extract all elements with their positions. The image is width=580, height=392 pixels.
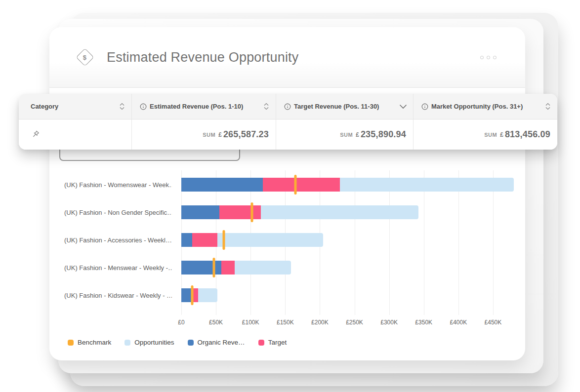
column-header-label: Market Opportunity (Pos. 31+)	[431, 103, 523, 110]
x-axis-tick-label: £450K	[485, 319, 502, 326]
bar-segment-opportunities[interactable]	[198, 288, 217, 302]
legend-item-benchmark[interactable]: Benchmark	[68, 339, 111, 346]
bar-segment-opportunities[interactable]	[217, 233, 324, 247]
summary-cell-target-revenue: SUM £ 235,890.94	[276, 119, 413, 150]
chevron-down-icon[interactable]	[395, 104, 407, 109]
summary-cell-estimated-revenue: SUM £ 265,587.23	[131, 119, 276, 150]
benchmark-tick	[222, 230, 225, 250]
x-axis-tick-label: £50K	[209, 319, 223, 326]
bar-track	[181, 261, 514, 274]
bar-segment-opportunities[interactable]	[235, 261, 291, 274]
chart-row: (UK) Fashion - Menswear - Weekly -…	[64, 261, 514, 274]
info-icon[interactable]	[421, 103, 428, 110]
legend-item-opportunities[interactable]: Opportunities	[124, 339, 174, 346]
category-label: (UK) Fashion - Womenswear - Week…	[64, 181, 172, 189]
sum-amount: 235,890.94	[361, 129, 406, 140]
x-axis-tick-label: £200K	[311, 319, 329, 326]
category-label: (UK) Fashion - Menswear - Weekly -…	[64, 264, 172, 272]
chart-legend: BenchmarkOpportunitiesOrganic Reve…Targe…	[68, 339, 287, 346]
legend-label: Target	[268, 339, 287, 346]
bar-segment-target[interactable]	[219, 205, 261, 219]
dollar-diamond-icon: $	[75, 47, 95, 67]
chart-row: (UK) Fashion - Kidswear - Weekly - …	[64, 288, 514, 302]
benchmark-tick	[212, 258, 215, 277]
bar-segment-target[interactable]	[221, 261, 235, 274]
pushpin-icon[interactable]	[31, 130, 40, 139]
category-label: (UK) Fashion - Non Gender Specific…	[64, 209, 172, 216]
column-header-label: Estimated Revenue (Pos. 1-10)	[150, 103, 243, 110]
sort-diamond-icon[interactable]	[259, 102, 270, 111]
legend-swatch	[124, 340, 130, 346]
info-icon[interactable]	[284, 103, 291, 110]
bar-segment-organicreve[interactable]	[181, 178, 263, 192]
category-label: (UK) Fashion - Accessories - Weekl…	[64, 236, 172, 244]
column-header-target-revenue[interactable]: Target Revenue (Pos. 11-30)	[276, 94, 413, 119]
summary-cell-category	[19, 119, 131, 150]
dashboard-widget-composition: { "card": { "title": "Estimated Revenue …	[0, 0, 580, 392]
column-header-label: Category	[31, 103, 58, 110]
x-axis-tick-label: £400K	[450, 319, 467, 326]
card-title: Estimated Revenue Opportunity	[107, 50, 299, 65]
chart-row: (UK) Fashion - Womenswear - Week…	[64, 178, 514, 192]
category-label: (UK) Fashion - Kidswear - Weekly - …	[64, 292, 172, 299]
bar-segment-organicreve[interactable]	[181, 261, 221, 274]
x-axis-tick-label: £0	[178, 319, 184, 326]
bar-track	[181, 288, 514, 302]
bar-segment-organicreve[interactable]	[181, 205, 219, 219]
currency-symbol: £	[500, 131, 503, 138]
chart-rows: (UK) Fashion - Womenswear - Week…(UK) Fa…	[64, 178, 514, 316]
benchmark-tick	[294, 175, 297, 195]
currency-symbol: £	[218, 131, 222, 138]
legend-label: Organic Reve…	[198, 339, 245, 346]
bar-segment-opportunities[interactable]	[340, 178, 514, 192]
x-axis-tick-label: £150K	[277, 319, 294, 326]
summary-cell-market-opportunity: SUM £ 813,456.09	[413, 119, 557, 150]
sort-diamond-icon[interactable]	[540, 102, 551, 111]
bar-track	[181, 233, 514, 247]
sum-label: SUM	[340, 132, 353, 138]
sort-diamond-icon[interactable]	[115, 102, 125, 111]
benchmark-tick	[251, 202, 253, 222]
x-axis-tick-label: £100K	[242, 319, 259, 326]
chart-x-axis: £0£50K£100K£150K£200K£250K£300K£350K£400…	[181, 319, 514, 327]
sum-label: SUM	[484, 132, 497, 138]
currency-symbol: £	[356, 131, 359, 138]
legend-item-organicreve[interactable]: Organic Reve…	[188, 339, 245, 346]
bar-track	[181, 205, 514, 219]
revenue-opportunity-card: $ Estimated Revenue Opportunity (UK) Fas…	[49, 27, 525, 360]
x-axis-tick-label: £250K	[346, 319, 363, 326]
legend-swatch	[68, 340, 74, 346]
column-header-estimated-revenue[interactable]: Estimated Revenue (Pos. 1-10)	[131, 94, 276, 119]
legend-label: Opportunities	[134, 339, 174, 346]
sum-amount: 265,587.23	[223, 129, 269, 140]
benchmark-tick	[191, 285, 194, 305]
bar-segment-organicreve[interactable]	[181, 233, 192, 247]
x-axis-tick-label: £300K	[380, 319, 398, 326]
column-header-label: Target Revenue (Pos. 11-30)	[294, 103, 379, 110]
bar-segment-organicreve[interactable]	[181, 288, 192, 302]
chart-row: (UK) Fashion - Accessories - Weekl…	[64, 233, 514, 247]
bar-segment-opportunities[interactable]	[261, 205, 418, 219]
card-header: $ Estimated Revenue Opportunity	[49, 27, 525, 88]
more-options-icon[interactable]	[480, 56, 497, 59]
legend-item-target[interactable]: Target	[258, 339, 287, 346]
legend-swatch	[258, 340, 264, 346]
sum-amount: 813,456.09	[505, 129, 550, 140]
column-header-category[interactable]: Category	[19, 94, 131, 119]
bar-track	[181, 178, 514, 192]
bar-segment-target[interactable]	[192, 233, 217, 247]
legend-swatch	[188, 340, 194, 346]
x-axis-tick-label: £350K	[415, 319, 432, 326]
chart-row: (UK) Fashion - Non Gender Specific…	[64, 205, 514, 219]
sum-label: SUM	[203, 132, 215, 138]
bar-segment-target[interactable]	[263, 178, 340, 192]
summary-table-overlay: Category Estimated Revenue (Pos. 1-10) T…	[19, 94, 557, 150]
legend-label: Benchmark	[78, 339, 111, 346]
column-header-market-opportunity[interactable]: Market Opportunity (Pos. 31+)	[413, 94, 557, 119]
info-icon[interactable]	[140, 103, 147, 110]
